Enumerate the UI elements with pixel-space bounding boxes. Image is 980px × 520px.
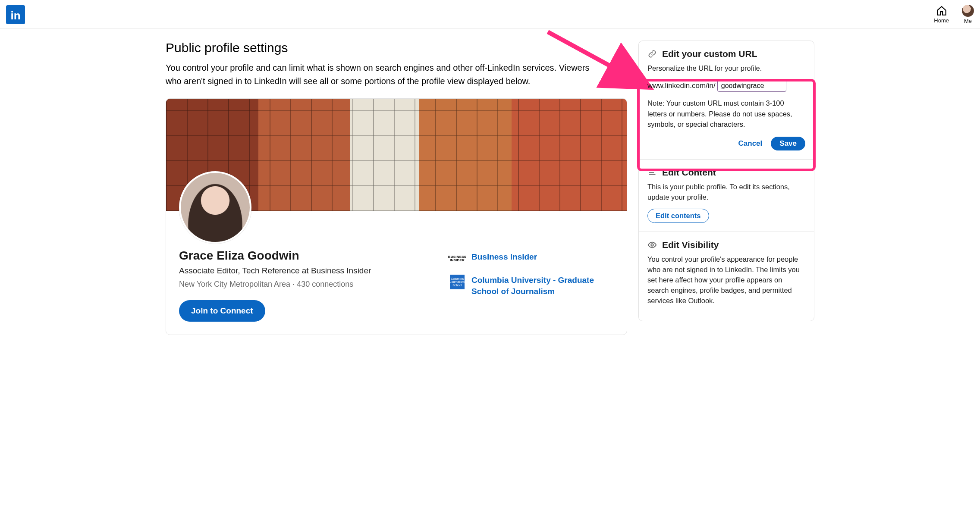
org-columbia[interactable]: Columbia Journalism School Columbia Univ… [450,275,614,297]
home-icon [936,5,947,16]
svg-point-4 [651,244,653,246]
edit-content-title: Edit Content [662,167,716,178]
list-icon [647,168,657,177]
page-description: You control your profile and can limit w… [166,61,601,88]
avatar-icon [962,5,974,17]
url-row: www.linkedin.com/in/ [647,80,805,92]
eye-icon [647,240,657,250]
profile-card: Grace Eliza Goodwin Associate Editor, Te… [166,98,627,335]
nav-me[interactable]: Me [962,5,974,24]
profile-location-connections: New York City Metropolitan Area · 430 co… [179,280,433,289]
edit-visibility-title: Edit Visibility [662,240,719,250]
org-link[interactable]: Columbia University - Graduate School of… [471,275,614,297]
org-business-insider[interactable]: BUSINESS INSIDER Business Insider [450,251,614,266]
edit-visibility-subtitle: You control your profile's appearance fo… [647,254,805,306]
side-column: Edit your custom URL Personalize the URL… [638,36,814,335]
nav-home[interactable]: Home [934,5,949,24]
columbia-logo: Columbia Journalism School [450,275,465,289]
cancel-button[interactable]: Cancel [738,139,763,148]
url-prefix: www.linkedin.com/in/ [647,81,716,90]
edit-url-subtitle: Personalize the URL for your profile. [647,63,805,74]
edit-content-subtitle: This is your public profile. To edit its… [647,182,805,203]
profile-name: Grace Eliza Goodwin [179,249,433,263]
main-column: Public profile settings You control your… [166,36,627,335]
edit-content-section: Edit Content This is your public profile… [639,159,814,232]
edit-url-title: Edit your custom URL [662,49,757,59]
avatar-image [181,173,250,242]
business-insider-logo: BUSINESS INSIDER [450,251,465,266]
profile-headline: Associate Editor, Tech Reference at Busi… [179,266,433,276]
side-card: Edit your custom URL Personalize the URL… [638,41,814,321]
topbar: in Home Me [0,0,980,28]
custom-url-input[interactable] [717,80,786,92]
link-icon [647,49,657,59]
join-to-connect-button[interactable]: Join to Connect [179,300,265,322]
org-link[interactable]: Business Insider [471,251,537,263]
nav-home-label: Home [934,17,949,24]
url-note: Note: Your custom URL must contain 3-100… [647,98,805,130]
edit-contents-button[interactable]: Edit contents [647,209,709,223]
url-actions: Cancel Save [647,137,805,150]
profile-orgs: BUSINESS INSIDER Business Insider Columb… [450,249,614,322]
linkedin-logo[interactable]: in [6,5,25,24]
nav-me-label: Me [964,18,972,24]
topbar-right: Home Me [934,5,974,24]
edit-visibility-section: Edit Visibility You control your profile… [639,232,814,321]
save-button[interactable]: Save [771,137,805,150]
page-title: Public profile settings [166,41,627,55]
edit-url-section: Edit your custom URL Personalize the URL… [639,41,814,159]
profile-avatar [179,171,251,244]
profile-info: Grace Eliza Goodwin Associate Editor, Te… [179,249,433,322]
page-body: Public profile settings You control your… [162,28,818,352]
